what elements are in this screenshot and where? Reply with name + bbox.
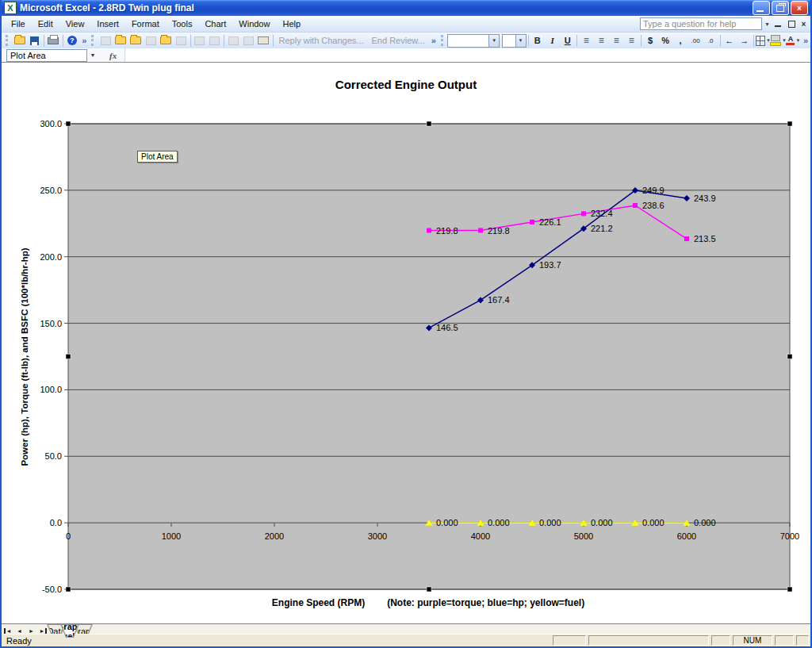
svg-text:0.000: 0.000	[436, 518, 458, 527]
print-icon	[48, 37, 59, 44]
menu-item-edit[interactable]: Edit	[32, 17, 59, 30]
align-right-button[interactable]: ≡	[609, 33, 624, 48]
status-panel	[553, 635, 586, 646]
end-review-button[interactable]: End Review...	[368, 36, 429, 45]
x-axis-title: Engine Speed (RPM)(Note: purple=torque; …	[2, 597, 810, 608]
percent-button[interactable]: %	[658, 33, 673, 48]
align-center-button[interactable]: ≡	[594, 33, 609, 48]
font-size-combo[interactable]: ▼	[502, 34, 526, 48]
decrease-decimal-button[interactable]: .0	[703, 33, 718, 48]
attach-icon	[243, 36, 254, 45]
help-search-input[interactable]: Type a question for help	[640, 17, 762, 30]
svg-text:0: 0	[66, 531, 71, 541]
menu-item-insert[interactable]: Insert	[90, 17, 125, 30]
font-color-dropdown-icon[interactable]: ▼	[795, 38, 800, 43]
close-icon: ×	[797, 4, 802, 13]
menu-item-tools[interactable]: Tools	[166, 17, 199, 30]
svg-text:1000: 1000	[162, 531, 181, 541]
chart-sheet: Corrected Engine Output -50.00.050.0100.…	[2, 63, 810, 623]
font-color-button[interactable]: A▼	[786, 33, 801, 48]
plot-area-tooltip: Plot Area	[137, 151, 178, 163]
increase-indent-button[interactable]: →	[737, 33, 752, 48]
open-button[interactable]	[12, 33, 27, 48]
publish-button[interactable]	[113, 33, 128, 48]
menu-item-format[interactable]: Format	[125, 17, 166, 30]
undo-icon	[194, 36, 205, 45]
fill-color-button[interactable]: ▼	[771, 33, 786, 48]
svg-text:226.1: 226.1	[539, 217, 561, 227]
toolbar-separator	[528, 35, 529, 47]
spelling-button[interactable]	[226, 33, 241, 48]
currency-button[interactable]: $	[643, 33, 658, 48]
toolbar-overflow-button[interactable]: »	[79, 36, 89, 45]
new-button[interactable]	[98, 33, 113, 48]
restore-button[interactable]	[772, 1, 789, 15]
clear-button[interactable]	[174, 33, 189, 48]
svg-text:0.000: 0.000	[539, 518, 561, 527]
borders-button[interactable]: ▼	[756, 33, 771, 48]
toolbar-separator	[224, 35, 224, 47]
workbook-restore-button[interactable]	[785, 18, 797, 29]
help-button[interactable]: ?	[64, 33, 79, 48]
chart-plot-area[interactable]: -50.00.050.0100.0150.0200.0250.0300.0010…	[2, 63, 812, 623]
save-button[interactable]	[27, 33, 42, 48]
svg-text:100.0: 100.0	[40, 385, 62, 394]
svg-text:250.0: 250.0	[40, 186, 62, 195]
menu-item-window[interactable]: Window	[232, 17, 276, 30]
bold-button[interactable]: B	[530, 33, 545, 48]
svg-text:5000: 5000	[574, 531, 593, 541]
decrease-indent-button[interactable]: ←	[722, 33, 737, 48]
name-box[interactable]: Plot Area	[6, 49, 87, 62]
menu-item-help[interactable]: Help	[276, 17, 307, 30]
comma-button[interactable]: ,	[673, 33, 688, 48]
font-combo-dropdown-icon[interactable]: ▼	[488, 35, 499, 47]
merge-center-button[interactable]: ≡	[624, 33, 639, 48]
underline-button[interactable]: U	[560, 33, 575, 48]
help-dropdown-icon[interactable]: ▼	[762, 17, 772, 30]
menu-item-view[interactable]: View	[59, 17, 91, 30]
increase-decimal-button[interactable]: .00	[688, 33, 703, 48]
toolbar-overflow-button[interactable]: »	[429, 36, 439, 45]
mail-button[interactable]	[256, 33, 271, 48]
redo-button[interactable]	[207, 33, 222, 48]
import-button[interactable]	[128, 33, 144, 48]
toolbar-grip[interactable]	[91, 35, 95, 46]
italic-button[interactable]: I	[545, 33, 560, 48]
print-button[interactable]	[46, 33, 61, 48]
menu-item-chart[interactable]: Chart	[198, 17, 232, 30]
menu-item-file[interactable]: File	[5, 17, 32, 30]
toolbar-overflow-button[interactable]: »	[801, 36, 810, 45]
workbook-minimize-button[interactable]	[772, 18, 784, 29]
status-panel	[796, 635, 809, 646]
attach-button[interactable]	[241, 33, 256, 48]
toolbar-grip[interactable]	[441, 35, 445, 46]
edit-button[interactable]	[144, 33, 159, 48]
undo-button[interactable]	[192, 33, 207, 48]
reply-with-changes-button[interactable]: Reply with Changes...	[275, 36, 368, 45]
open-folder-icon	[14, 36, 25, 44]
toolbar-separator	[63, 35, 63, 47]
svg-text:2000: 2000	[265, 531, 284, 541]
close-button[interactable]: ×	[791, 1, 808, 15]
toolbar-separator	[720, 35, 721, 47]
align-left-button[interactable]: ≡	[579, 33, 594, 48]
toolbar-grip[interactable]	[6, 35, 10, 46]
toolbar-separator	[44, 35, 44, 47]
insert-function-button[interactable]: fx	[109, 51, 117, 60]
status-panel	[711, 635, 730, 646]
workbook-close-button[interactable]: ×	[798, 18, 810, 29]
plot-background[interactable]	[68, 124, 790, 589]
formula-input[interactable]	[124, 48, 810, 62]
sheet-icon	[146, 36, 156, 45]
new-icon	[101, 36, 111, 45]
send-button[interactable]	[159, 33, 174, 48]
name-box-dropdown-icon[interactable]: ▼	[87, 49, 98, 62]
minimize-button[interactable]	[753, 1, 770, 15]
font-combo[interactable]: ▼	[447, 34, 500, 48]
svg-text:150.0: 150.0	[40, 319, 62, 328]
last-sheet-icon: ►	[40, 628, 48, 634]
redo-icon	[209, 36, 220, 45]
svg-text:232.4: 232.4	[591, 209, 613, 218]
svg-text:249.9: 249.9	[642, 186, 665, 195]
font-size-combo-dropdown-icon[interactable]: ▼	[515, 35, 526, 47]
